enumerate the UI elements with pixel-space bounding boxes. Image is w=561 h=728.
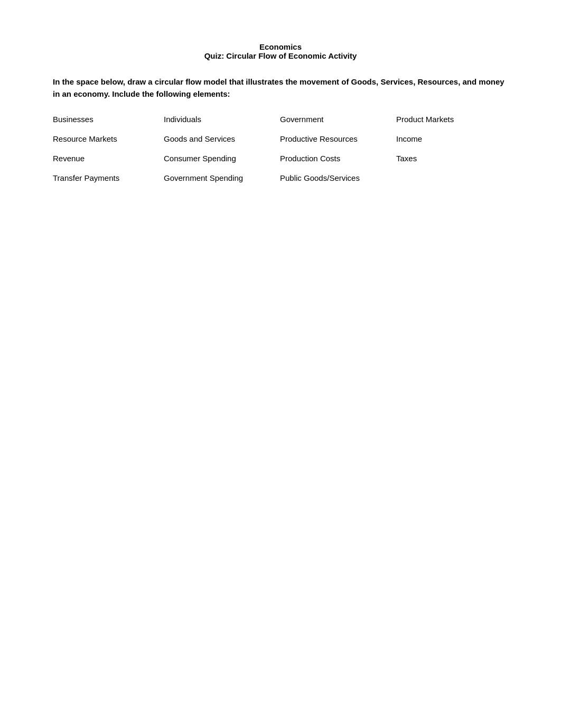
cell-production-costs: Production Costs	[280, 154, 396, 163]
cell-product-markets: Product Markets	[396, 115, 491, 124]
cell-public-goods-services: Public Goods/Services	[280, 173, 396, 182]
cell-businesses: Businesses	[53, 115, 164, 124]
cell-resource-markets: Resource Markets	[53, 134, 164, 143]
cell-individuals: Individuals	[164, 115, 280, 124]
cell-revenue: Revenue	[53, 154, 164, 163]
cell-productive-resources: Productive Resources	[280, 134, 396, 143]
cell-empty	[396, 173, 491, 182]
cell-taxes: Taxes	[396, 154, 491, 163]
page-container: Economics Quiz: Circular Flow of Economi…	[0, 0, 561, 225]
elements-grid: Businesses Individuals Government Produc…	[53, 115, 508, 182]
instructions: In the space below, draw a circular flow…	[53, 76, 508, 100]
cell-government: Government	[280, 115, 396, 124]
cell-consumer-spending: Consumer Spending	[164, 154, 280, 163]
cell-goods-and-services: Goods and Services	[164, 134, 280, 143]
header-title: Economics	[53, 42, 508, 51]
cell-government-spending: Government Spending	[164, 173, 280, 182]
header: Economics Quiz: Circular Flow of Economi…	[53, 42, 508, 60]
header-subtitle: Quiz: Circular Flow of Economic Activity	[53, 51, 508, 60]
cell-transfer-payments: Transfer Payments	[53, 173, 164, 182]
cell-income: Income	[396, 134, 491, 143]
